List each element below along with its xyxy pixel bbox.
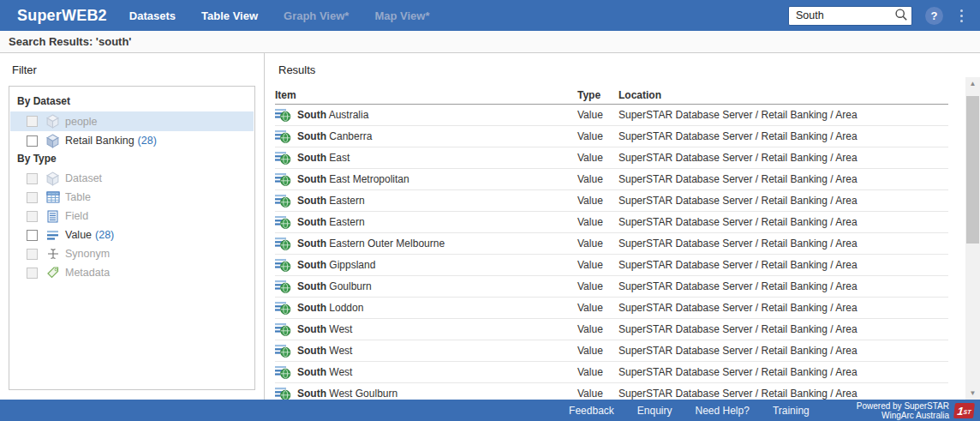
results-scrollbar[interactable]: ▲ ▼ (965, 77, 980, 400)
type-cell: Value (577, 216, 618, 228)
filter-item-table: Table (10, 188, 254, 207)
item-name: South West Goulburn (297, 388, 397, 400)
footer-links: FeedbackEnquiryNeed Help?Training (569, 405, 833, 417)
tab-map-view: Map View* (374, 9, 429, 22)
location-cell: SuperSTAR Database Server / Retail Banki… (618, 259, 948, 271)
type-cell: Value (577, 366, 618, 378)
type-cell: Value (577, 238, 618, 250)
footer-link-feedback[interactable]: Feedback (569, 405, 614, 417)
item-rest-text: West (326, 366, 352, 378)
filter-item-synonym: Synonym (10, 244, 254, 263)
wingarc-logo: 1ST (953, 403, 975, 418)
main-content: Filter By Dataset people Retail Banking(… (0, 53, 980, 400)
item-match-text: South (297, 323, 326, 335)
item-cell: South Australia (275, 108, 577, 122)
item-name: South Eastern (297, 216, 365, 228)
footer-link-enquiry[interactable]: Enquiry (637, 405, 672, 417)
table-row[interactable]: South East MetropolitanValueSuperSTAR Da… (275, 169, 948, 190)
scrollbar-thumb[interactable] (966, 96, 979, 244)
table-row[interactable]: South CanberraValueSuperSTAR Database Se… (275, 126, 948, 147)
item-match-text: South (297, 152, 326, 164)
item-cell: South Eastern (275, 215, 577, 229)
location-cell: SuperSTAR Database Server / Retail Banki… (618, 130, 948, 142)
item-rest-text: Goulburn (326, 280, 372, 292)
footer-link-need-help[interactable]: Need Help? (696, 405, 750, 417)
filter-item-label: Retail Banking (65, 135, 134, 147)
table-row[interactable]: South AustraliaValueSuperSTAR Database S… (275, 105, 948, 126)
help-button[interactable]: ? (925, 7, 943, 25)
item-cell: South Eastern Outer Melbourne (275, 237, 577, 250)
search-icon (894, 11, 908, 24)
powered-by-text: Powered by SuperSTAR WingArc Australia (857, 401, 949, 420)
value-globe-icon (275, 129, 291, 143)
checkbox-dataset (27, 173, 38, 184)
item-rest-text: Eastern (326, 216, 365, 228)
table-row[interactable]: South West GoulburnValueSuperSTAR Databa… (275, 383, 948, 400)
item-cell: South West (275, 365, 577, 379)
item-name: South West (297, 366, 352, 378)
overflow-menu-icon[interactable] (959, 8, 965, 24)
table-row[interactable]: South LoddonValueSuperSTAR Database Serv… (275, 298, 948, 319)
table-row[interactable]: South WestValueSuperSTAR Database Server… (275, 340, 948, 362)
scroll-up-icon[interactable]: ▲ (965, 77, 980, 90)
table-row[interactable]: South GippslandValueSuperSTAR Database S… (275, 255, 948, 276)
type-cell: Value (577, 152, 618, 164)
item-name: South Canberra (297, 130, 372, 142)
tab-table-view[interactable]: Table View (201, 9, 258, 22)
page-header: Search Results: 'south' (0, 31, 980, 53)
search-button[interactable] (893, 8, 910, 24)
item-rest-text: East (326, 152, 350, 164)
location-cell: SuperSTAR Database Server / Retail Banki… (618, 109, 948, 121)
cube-icon (45, 171, 60, 186)
column-header-location[interactable]: Location (618, 89, 948, 101)
value-globe-icon (275, 365, 291, 379)
checkbox-retail-banking[interactable] (27, 135, 38, 147)
filter-item-label: people (65, 116, 98, 128)
filter-item-label: Dataset (65, 172, 102, 184)
filter-item-label: Metadata (65, 267, 110, 279)
item-cell: South West (275, 344, 577, 358)
item-match-text: South (297, 173, 326, 185)
item-name: South Goulburn (297, 280, 372, 292)
checkbox-field (27, 211, 38, 222)
item-rest-text: West (326, 345, 352, 357)
filter-item-field: Field (10, 207, 254, 226)
item-match-text: South (297, 388, 326, 400)
value-icon (45, 228, 60, 243)
table-row[interactable]: South EastValueSuperSTAR Database Server… (275, 147, 948, 169)
table-row[interactable]: South WestValueSuperSTAR Database Server… (275, 319, 948, 340)
column-header-item[interactable]: Item (275, 89, 577, 101)
table-row[interactable]: South Eastern Outer MelbourneValueSuperS… (275, 233, 948, 255)
column-header-type[interactable]: Type (577, 89, 618, 101)
checkbox-value[interactable] (27, 230, 38, 241)
results-rows: South AustraliaValueSuperSTAR Database S… (275, 105, 948, 400)
search-box (788, 6, 912, 26)
item-rest-text: Eastern Outer Melbourne (326, 238, 445, 250)
type-cell: Value (577, 195, 618, 207)
value-globe-icon (275, 108, 291, 122)
results-header-row: Item Type Location (275, 86, 948, 105)
type-cell: Value (577, 130, 618, 142)
footer-link-training[interactable]: Training (773, 405, 810, 417)
item-name: South West (297, 345, 352, 357)
item-match-text: South (297, 302, 326, 314)
tab-graph-view: Graph View* (284, 9, 349, 22)
value-globe-icon (275, 172, 291, 186)
scroll-down-icon[interactable]: ▼ (965, 387, 980, 400)
table-row[interactable]: South EasternValueSuperSTAR Database Ser… (275, 190, 948, 212)
filter-box: By Dataset people Retail Banking(28)By T… (9, 86, 255, 390)
table-row[interactable]: South WestValueSuperSTAR Database Server… (275, 362, 948, 383)
item-rest-text: Loddon (326, 302, 363, 314)
item-rest-text: Eastern (326, 195, 365, 207)
item-match-text: South (297, 109, 326, 121)
value-globe-icon (275, 280, 291, 293)
filter-item-retail-banking[interactable]: Retail Banking(28) (10, 131, 254, 150)
type-cell: Value (577, 345, 618, 357)
table-row[interactable]: South GoulburnValueSuperSTAR Database Se… (275, 276, 948, 298)
item-rest-text: West Goulburn (326, 388, 397, 400)
tab-datasets[interactable]: Datasets (129, 9, 176, 22)
type-cell: Value (577, 259, 618, 271)
table-row[interactable]: South EasternValueSuperSTAR Database Ser… (275, 212, 948, 233)
item-match-text: South (297, 280, 326, 292)
filter-item-value[interactable]: Value(28) (10, 226, 254, 244)
